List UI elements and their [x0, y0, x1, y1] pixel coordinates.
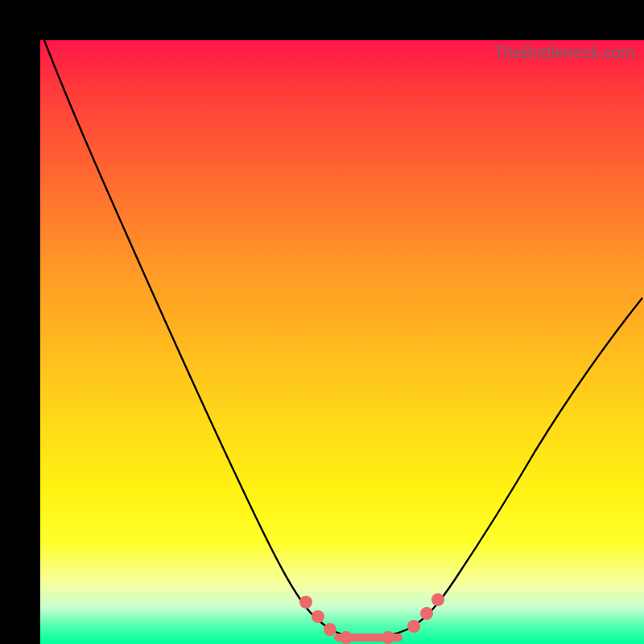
- marker-dot: [431, 593, 444, 606]
- curve-path: [44, 40, 642, 637]
- marker-dot: [420, 607, 433, 620]
- chart-frame: TheBottleneck.com: [0, 0, 644, 644]
- watermark-text: TheBottleneck.com: [493, 43, 634, 62]
- marker-dot: [312, 610, 324, 623]
- marker-dot: [340, 631, 353, 644]
- plot-area: TheBottleneck.com: [40, 40, 644, 644]
- marker-dot: [407, 620, 420, 633]
- marker-dot: [299, 596, 312, 609]
- marker-dot: [324, 623, 336, 636]
- marker-dot: [382, 631, 394, 644]
- bottleneck-curve: [40, 40, 644, 644]
